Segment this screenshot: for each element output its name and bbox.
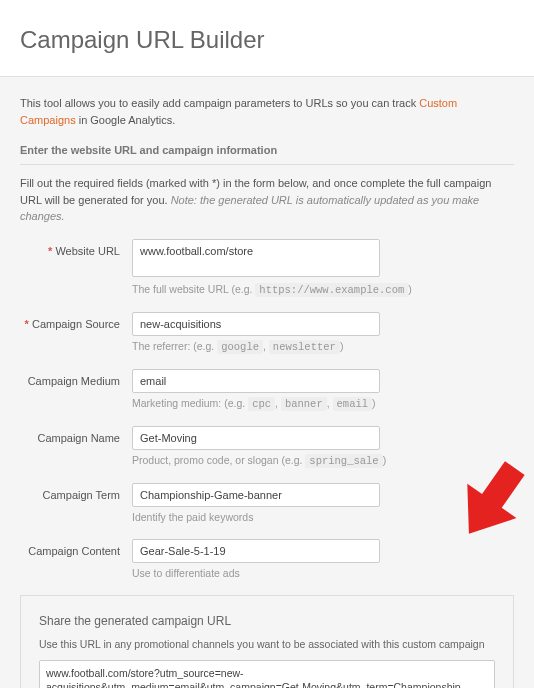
campaign-content-input[interactable]	[132, 539, 380, 563]
helper-campaign-term: Identify the paid keywords	[132, 511, 514, 523]
instructions: Fill out the required fields (marked wit…	[20, 175, 514, 225]
row-campaign-source: * Campaign Source The referrer: (e.g. go…	[20, 312, 514, 353]
section-heading: Enter the website URL and campaign infor…	[20, 144, 514, 165]
row-campaign-content: Campaign Content Use to differentiate ad…	[20, 539, 514, 579]
label-text: Campaign Source	[32, 318, 120, 330]
label-campaign-name: Campaign Name	[20, 426, 132, 444]
website-url-input[interactable]: www.football.com/store	[132, 239, 380, 277]
label-campaign-medium: Campaign Medium	[20, 369, 132, 387]
required-asterisk: *	[48, 245, 52, 257]
intro-prefix: This tool allows you to easily add campa…	[20, 97, 419, 109]
page-header: Campaign URL Builder	[0, 0, 534, 77]
helper-campaign-medium: Marketing medium: (e.g. cpc, banner, ema…	[132, 397, 514, 410]
campaign-source-input[interactable]	[132, 312, 380, 336]
page-title: Campaign URL Builder	[20, 26, 514, 54]
label-text: Campaign Content	[28, 545, 120, 557]
label-text: Campaign Name	[37, 432, 120, 444]
label-text: Website URL	[55, 245, 120, 257]
row-campaign-term: Campaign Term Identify the paid keywords	[20, 483, 514, 523]
helper-website-url: The full website URL (e.g. https://www.e…	[132, 283, 514, 296]
helper-campaign-content: Use to differentiate ads	[132, 567, 514, 579]
campaign-medium-input[interactable]	[132, 369, 380, 393]
label-text: Campaign Term	[43, 489, 120, 501]
label-campaign-term: Campaign Term	[20, 483, 132, 501]
share-title: Share the generated campaign URL	[39, 614, 495, 628]
required-asterisk: *	[25, 318, 29, 330]
page-body: This tool allows you to easily add campa…	[0, 77, 534, 688]
label-campaign-source: * Campaign Source	[20, 312, 132, 330]
helper-campaign-source: The referrer: (e.g. google, newsletter)	[132, 340, 514, 353]
intro-text: This tool allows you to easily add campa…	[20, 95, 514, 128]
helper-campaign-name: Product, promo code, or slogan (e.g. spr…	[132, 454, 514, 467]
label-text: Campaign Medium	[28, 375, 120, 387]
share-box: Share the generated campaign URL Use thi…	[20, 595, 514, 689]
row-campaign-name: Campaign Name Product, promo code, or sl…	[20, 426, 514, 467]
share-subtitle: Use this URL in any promotional channels…	[39, 638, 495, 650]
generated-url-textarea[interactable]: www.football.com/store?utm_source=new-ac…	[39, 660, 495, 689]
row-website-url: * Website URL www.football.com/store The…	[20, 239, 514, 296]
label-website-url: * Website URL	[20, 239, 132, 257]
row-campaign-medium: Campaign Medium Marketing medium: (e.g. …	[20, 369, 514, 410]
label-campaign-content: Campaign Content	[20, 539, 132, 557]
campaign-name-input[interactable]	[132, 426, 380, 450]
intro-suffix: in Google Analytics.	[76, 114, 176, 126]
campaign-term-input[interactable]	[132, 483, 380, 507]
